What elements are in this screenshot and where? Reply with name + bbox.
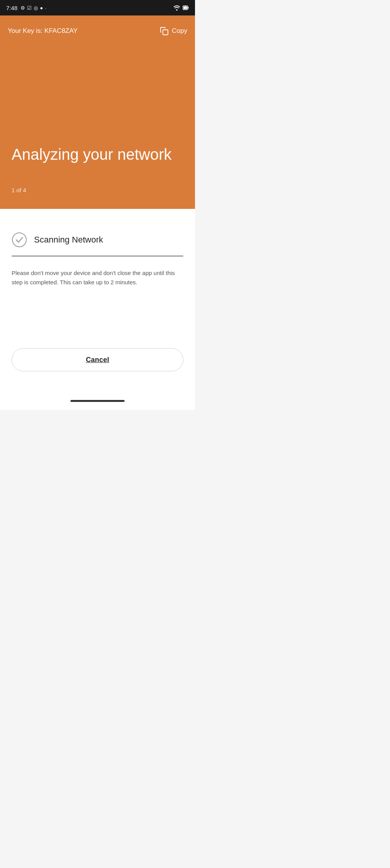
battery-icon (183, 5, 189, 10)
cancel-button[interactable]: Cancel (12, 348, 183, 371)
home-indicator (0, 395, 195, 410)
status-left: 7:48 ⚙ ☑ ◎ ● · (6, 5, 46, 11)
dot-icon: · (45, 5, 46, 11)
status-time: 7:48 (6, 5, 17, 11)
description-text: Please don't move your device and don't … (12, 268, 183, 287)
progress-bar (12, 255, 183, 257)
task-icon: ☑ (27, 5, 32, 11)
scan-label: Scanning Network (34, 235, 103, 245)
content-section: Scanning Network Please don't move your … (0, 209, 195, 395)
face-icon: ◎ (34, 5, 38, 11)
svg-point-0 (176, 9, 178, 10)
status-icons: ⚙ ☑ ◎ ● · (21, 5, 46, 11)
svg-rect-3 (184, 7, 187, 9)
hero-title: Analyzing your network (12, 145, 183, 164)
copy-icon (159, 26, 169, 36)
key-bar: Your Key is: KFAC8ZAY Copy (0, 15, 195, 46)
copy-button[interactable]: Copy (159, 26, 187, 36)
hero-step: 1 of 4 (12, 187, 183, 193)
check-circle-icon (12, 232, 27, 248)
settings-icon: ⚙ (21, 5, 25, 11)
scan-row: Scanning Network (12, 232, 183, 248)
circle-icon: ● (40, 5, 43, 11)
progress-bar-fill (12, 255, 183, 257)
key-label: Your Key is: KFAC8ZAY (8, 27, 77, 35)
hero-section: Analyzing your network 1 of 4 (0, 46, 195, 209)
svg-point-5 (12, 233, 26, 247)
cancel-button-wrapper: Cancel (12, 333, 183, 379)
status-right (173, 5, 189, 10)
home-bar (70, 400, 125, 402)
status-bar: 7:48 ⚙ ☑ ◎ ● · (0, 0, 195, 15)
copy-label: Copy (172, 27, 187, 35)
svg-rect-4 (163, 30, 168, 35)
svg-rect-2 (188, 7, 189, 9)
wifi-icon (173, 5, 180, 10)
